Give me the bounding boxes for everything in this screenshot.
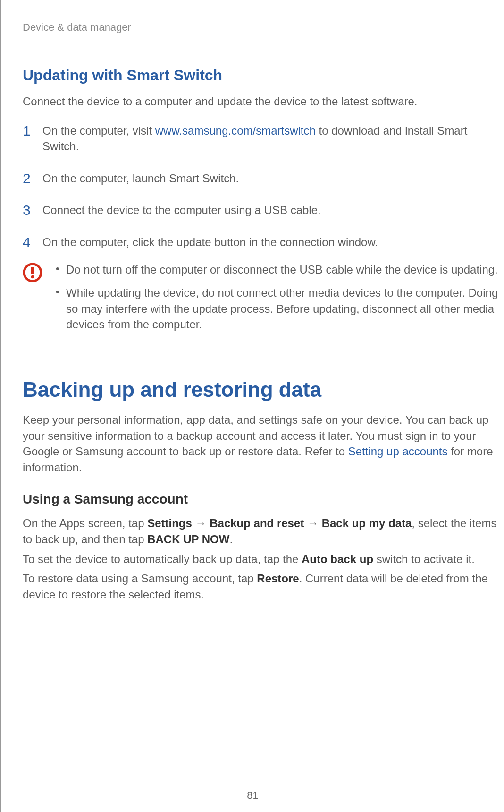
- samsung-para-1: On the Apps screen, tap Settings → Backu…: [23, 515, 504, 547]
- p2-text-c: switch to activate it.: [373, 553, 475, 565]
- subheading-samsung-account: Using a Samsung account: [23, 492, 504, 507]
- backup-reset-bold: Backup and reset: [210, 517, 304, 530]
- p1-text-a: On the Apps screen, tap: [23, 517, 147, 530]
- setting-up-accounts-link[interactable]: Setting up accounts: [348, 445, 448, 458]
- backup-now-bold: BACK UP NOW: [147, 533, 229, 546]
- p2-text-a: To set the device to automatically back …: [23, 553, 302, 565]
- svg-rect-1: [31, 267, 34, 274]
- auto-backup-bold: Auto back up: [302, 553, 373, 565]
- p3-text-a: To restore data using a Samsung account,…: [23, 572, 257, 585]
- intro-text-smart-switch: Connect the device to a computer and upd…: [23, 94, 504, 110]
- step-1: On the computer, visit www.samsung.com/s…: [23, 123, 504, 154]
- settings-bold: Settings: [147, 517, 192, 530]
- smartswitch-link[interactable]: www.samsung.com/smartswitch: [155, 124, 316, 137]
- step-3: Connect the device to the computer using…: [23, 202, 504, 218]
- samsung-para-3: To restore data using a Samsung account,…: [23, 571, 504, 602]
- restore-bold: Restore: [257, 572, 299, 585]
- steps-list: On the computer, visit www.samsung.com/s…: [23, 123, 504, 250]
- caution-icon: [23, 263, 42, 284]
- caution-item-1: Do not turn off the computer or disconne…: [52, 262, 504, 278]
- samsung-para-2: To set the device to automatically back …: [23, 551, 504, 567]
- section-heading-smart-switch: Updating with Smart Switch: [23, 67, 504, 84]
- svg-point-2: [31, 275, 34, 278]
- section-heading-backup: Backing up and restoring data: [23, 378, 504, 402]
- page-number: 81: [247, 789, 258, 802]
- arrow-2: →: [304, 517, 321, 530]
- p1-text-d: .: [229, 533, 233, 546]
- caution-item-2: While updating the device, do not connec…: [52, 285, 504, 333]
- backup-intro: Keep your personal information, app data…: [23, 412, 504, 475]
- caution-list: Do not turn off the computer or disconne…: [52, 262, 504, 340]
- breadcrumb: Device & data manager: [23, 21, 504, 34]
- caution-box: Do not turn off the computer or disconne…: [23, 262, 504, 340]
- step-2: On the computer, launch Smart Switch.: [23, 171, 504, 187]
- arrow-1: →: [192, 517, 210, 530]
- step-4: On the computer, click the update button…: [23, 234, 504, 250]
- step-1-text-a: On the computer, visit: [42, 124, 155, 137]
- backup-my-data-bold: Back up my data: [322, 517, 412, 530]
